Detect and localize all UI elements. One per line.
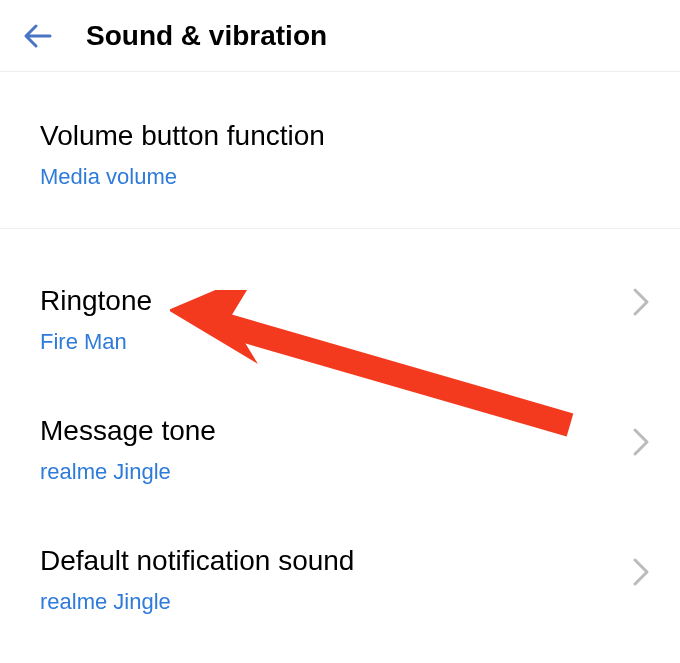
chevron-right-icon — [632, 427, 650, 461]
chevron-right-icon — [632, 557, 650, 591]
setting-value: realme Jingle — [40, 459, 640, 485]
back-arrow-icon — [20, 18, 56, 54]
header-bar: Sound & vibration — [0, 0, 680, 72]
setting-item-ringtone[interactable]: Ringtone Fire Man — [0, 229, 680, 379]
back-button[interactable] — [8, 6, 68, 66]
settings-list: Volume button function Media volume Ring… — [0, 72, 680, 639]
setting-title: Default notification sound — [40, 545, 640, 577]
setting-value: realme Jingle — [40, 589, 640, 615]
chevron-right-icon — [632, 287, 650, 321]
setting-item-message-tone[interactable]: Message tone realme Jingle — [0, 379, 680, 509]
setting-item-volume-button-function[interactable]: Volume button function Media volume — [0, 72, 680, 229]
setting-value: Fire Man — [40, 329, 640, 355]
setting-value: Media volume — [40, 164, 640, 190]
setting-title: Ringtone — [40, 285, 640, 317]
setting-title: Message tone — [40, 415, 640, 447]
setting-title: Volume button function — [40, 120, 640, 152]
page-title: Sound & vibration — [86, 20, 327, 52]
setting-item-default-notification-sound[interactable]: Default notification sound realme Jingle — [0, 509, 680, 639]
